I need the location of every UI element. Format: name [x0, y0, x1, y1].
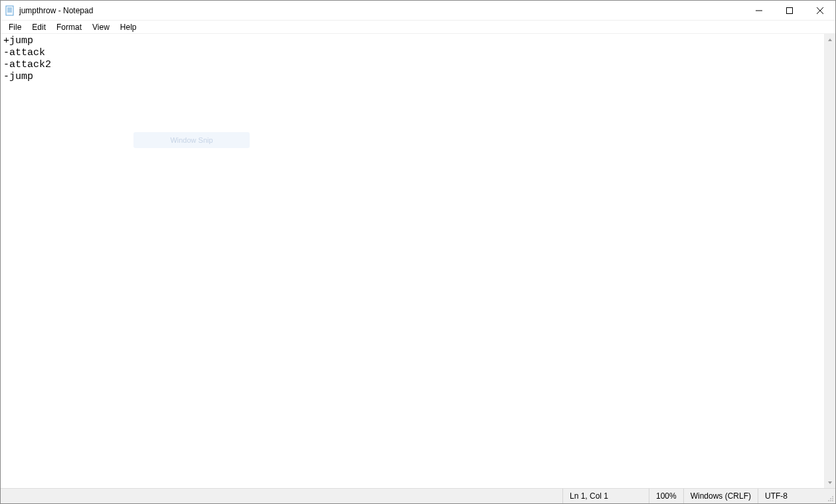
maximize-button[interactable] [774, 1, 805, 20]
title-bar: jumpthrow - Notepad [1, 1, 835, 21]
menu-edit[interactable]: Edit [27, 21, 51, 33]
svg-point-11 [832, 500, 833, 501]
scroll-up-arrow-icon[interactable] [825, 34, 835, 45]
minimize-button[interactable] [744, 1, 774, 20]
svg-point-15 [830, 498, 831, 499]
window-controls [744, 1, 835, 20]
status-cursor-position: Ln 1, Col 1 [562, 489, 649, 503]
menu-format[interactable]: Format [51, 21, 87, 33]
scroll-track[interactable] [825, 45, 835, 477]
window-title: jumpthrow - Notepad [19, 6, 93, 15]
svg-point-14 [828, 500, 829, 501]
menu-bar: File Edit Format View Help [1, 21, 835, 34]
notepad-icon [5, 5, 15, 16]
svg-point-13 [832, 498, 833, 499]
resize-grip-icon[interactable] [824, 489, 835, 503]
svg-point-16 [832, 496, 833, 497]
text-editor[interactable]: +jump -attack -attack2 -jump [1, 34, 824, 488]
menu-file[interactable]: File [3, 21, 27, 33]
menu-view[interactable]: View [87, 21, 115, 33]
status-spacer [1, 489, 562, 503]
svg-marker-10 [828, 481, 832, 484]
vertical-scrollbar[interactable] [824, 34, 835, 488]
title-bar-left: jumpthrow - Notepad [1, 5, 93, 16]
close-button[interactable] [805, 1, 835, 20]
status-line-ending: Windows (CRLF) [683, 489, 758, 503]
svg-rect-6 [787, 7, 793, 13]
status-zoom: 100% [649, 489, 683, 503]
scroll-down-arrow-icon[interactable] [825, 477, 835, 488]
editor-area: +jump -attack -attack2 -jump Window Snip [1, 34, 835, 488]
status-encoding: UTF-8 [758, 489, 824, 503]
menu-help[interactable]: Help [115, 21, 142, 33]
status-bar: Ln 1, Col 1 100% Windows (CRLF) UTF-8 [1, 488, 835, 503]
svg-point-12 [830, 500, 831, 501]
svg-marker-9 [828, 39, 832, 41]
